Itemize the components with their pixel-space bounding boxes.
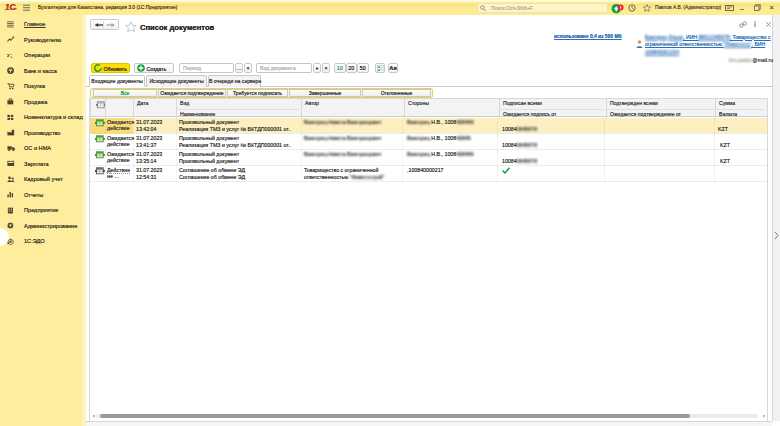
svg-text:1С: 1С xyxy=(5,2,17,11)
svg-text:-: - xyxy=(11,52,12,56)
